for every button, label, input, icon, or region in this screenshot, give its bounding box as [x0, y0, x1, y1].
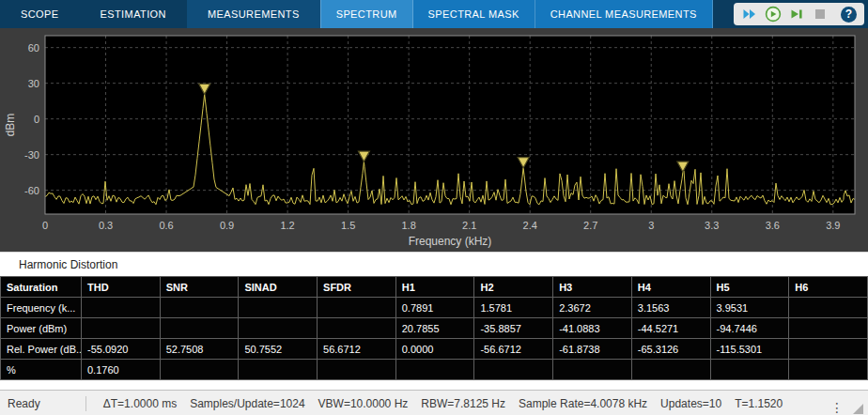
- table-cell: -61.8738: [553, 339, 632, 360]
- table-cell: 2.3672: [553, 298, 632, 318]
- table-cell: [789, 298, 868, 318]
- column-header-h6: H6: [789, 277, 868, 298]
- tab-scope[interactable]: SCOPE: [0, 0, 80, 28]
- column-header-thd: THD: [82, 277, 161, 298]
- run-icon: [765, 6, 782, 23]
- table-cell: 0.7891: [395, 298, 474, 318]
- x-tick-label: 1.5: [341, 220, 355, 231]
- status-bar: Ready ΔT=1.0000 msSamples/Update=1024VBW…: [0, 390, 868, 415]
- y-tick-label: 0: [34, 114, 39, 125]
- main-tabs: SCOPEESTIMATIONMEASUREMENTS: [0, 0, 320, 28]
- table-cell: [239, 318, 318, 339]
- table-row: Frequency (k...0.78911.57812.36723.15633…: [1, 298, 868, 318]
- spectrum-chart: 00.30.60.91.21.51.82.12.42.733.33.63.960…: [0, 28, 868, 252]
- table-cell: 56.6712: [318, 339, 396, 360]
- playback-toolbar: ?: [734, 3, 864, 25]
- table-cell: -115.5301: [710, 339, 789, 360]
- x-tick-label: 0.9: [220, 220, 234, 231]
- status-metric: Samples/Update=1024: [190, 397, 304, 410]
- column-header-saturation: Saturation: [1, 277, 82, 298]
- tab-spectrum[interactable]: SPECTRUM: [320, 0, 413, 28]
- table-cell: 0.1760: [82, 360, 161, 380]
- table-cell: [789, 339, 868, 360]
- table-cell: [239, 298, 318, 318]
- x-tick-label: 0.3: [99, 220, 113, 231]
- column-header-snr: SNR: [160, 277, 239, 298]
- table-cell: -94.7446: [710, 318, 789, 339]
- x-tick-label: 3.9: [826, 220, 840, 231]
- table-cell: [160, 318, 239, 339]
- table-cell: -55.0920: [82, 339, 161, 360]
- spacer: [0, 380, 868, 390]
- table-cell: 3.9531: [710, 298, 789, 318]
- x-tick-label: 3: [648, 220, 654, 231]
- x-tick-label: 3.3: [705, 220, 719, 231]
- status-divider: [85, 396, 86, 411]
- table-cell: [474, 360, 553, 380]
- x-tick-label: 1.8: [401, 220, 415, 231]
- row-label: Frequency (k...: [1, 298, 82, 318]
- column-header-h1: H1: [395, 277, 474, 298]
- y-tick-label: -30: [24, 149, 39, 161]
- playback-options-button[interactable]: [741, 6, 758, 23]
- table-row: Power (dBm)20.7855-35.8857-41.0883-44.52…: [1, 318, 868, 339]
- status-metrics: ΔT=1.0000 msSamples/Update=1024VBW=10.00…: [85, 396, 783, 411]
- x-tick-label: 2.7: [583, 220, 597, 231]
- table-cell: [160, 298, 239, 318]
- stop-icon: [812, 6, 829, 23]
- tab-channel-measurements[interactable]: CHANNEL MEASUREMENTS: [535, 0, 713, 28]
- spectrum-plot: 00.30.60.91.21.51.82.12.42.733.33.63.960…: [0, 28, 868, 252]
- spectrum-analyzer-window: SCOPEESTIMATIONMEASUREMENTS SPECTRUMSPEC…: [0, 0, 868, 415]
- run-button[interactable]: [765, 6, 782, 23]
- table-row: %0.1760: [1, 360, 868, 380]
- table-cell: [82, 298, 161, 318]
- harmonic-distortion-table: SaturationTHDSNRSINADSFDRH1H2H3H4H5H6Fre…: [0, 276, 868, 380]
- x-tick-label: 2.4: [523, 220, 537, 231]
- status-text: Ready: [8, 397, 40, 410]
- column-header-h5: H5: [710, 277, 789, 298]
- table-cell: 20.7855: [395, 318, 474, 339]
- status-metric: Updates=10: [660, 397, 721, 410]
- table-cell: [160, 360, 239, 380]
- y-tick-label: -60: [24, 185, 39, 196]
- status-metric: RBW=7.8125 Hz: [421, 397, 505, 410]
- table-cell: -41.0883: [553, 318, 632, 339]
- panel-title: Harmonic Distortion: [19, 258, 117, 271]
- table-cell: [553, 360, 632, 380]
- table-cell: [239, 360, 318, 380]
- tab-measurements[interactable]: MEASUREMENTS: [187, 0, 320, 28]
- table-row: Rel. Power (dB...-55.092052.750850.75525…: [1, 339, 868, 360]
- x-tick-label: 3.6: [766, 220, 780, 231]
- table-cell: [631, 360, 710, 380]
- table-cell: [318, 318, 396, 339]
- status-metric: VBW=10.0000 Hz: [318, 397, 409, 410]
- status-metric: ΔT=1.0000 ms: [103, 397, 177, 410]
- playback-options-icon: [741, 6, 758, 23]
- step-forward-icon: [788, 6, 805, 23]
- table-cell: -44.5271: [631, 318, 710, 339]
- tab-spectral-mask[interactable]: SPECTRAL MASK: [413, 0, 535, 28]
- table-cell: [789, 318, 868, 339]
- table-cell: [710, 360, 789, 380]
- step-forward-button[interactable]: [788, 6, 805, 23]
- table-cell: [318, 360, 396, 380]
- table-cell: [395, 360, 474, 380]
- y-tick-label: 60: [28, 42, 39, 54]
- table-header-row: SaturationTHDSNRSINADSFDRH1H2H3H4H5H6: [1, 277, 868, 298]
- help-icon: ?: [845, 8, 852, 21]
- table-cell: -35.8857: [474, 318, 553, 339]
- table-cell: [318, 298, 396, 318]
- x-tick-label: 0.6: [159, 220, 173, 231]
- row-label: %: [1, 360, 82, 380]
- row-label: Power (dBm): [1, 318, 82, 339]
- table-cell: 52.7508: [160, 339, 239, 360]
- tab-estimation[interactable]: ESTIMATION: [80, 0, 187, 28]
- table-cell: 0.0000: [395, 339, 474, 360]
- overflow-icon[interactable]: ⋮: [829, 401, 845, 414]
- help-button[interactable]: ?: [841, 7, 857, 23]
- table-cell: [789, 360, 868, 380]
- status-metric: T=1.1520: [735, 397, 783, 410]
- resize-grip[interactable]: [853, 404, 863, 414]
- stop-button[interactable]: [812, 6, 829, 23]
- table-cell: -56.6712: [474, 339, 553, 360]
